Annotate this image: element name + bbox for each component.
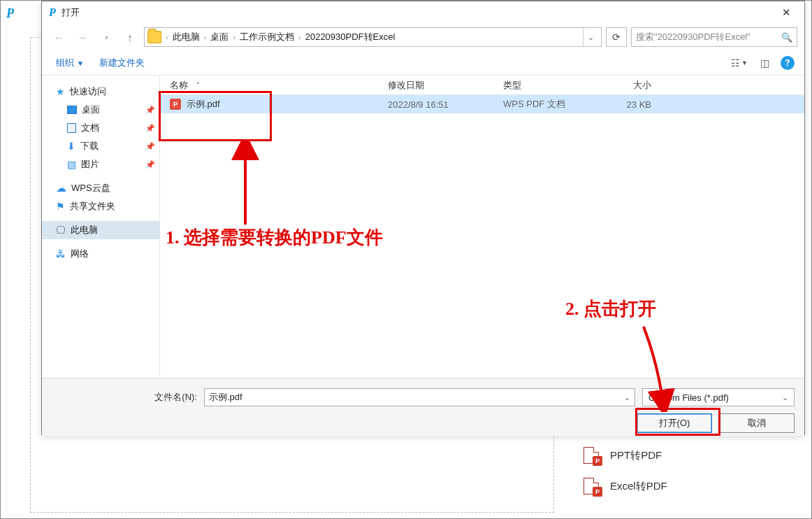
- chevron-down-icon: ⌄: [782, 393, 788, 402]
- tree-network[interactable]: 🖧网络: [42, 245, 159, 263]
- tree-this-pc[interactable]: 🖵此电脑: [42, 221, 159, 239]
- refresh-button[interactable]: ⟳: [606, 27, 627, 47]
- file-row[interactable]: P 示例.pdf 2022/8/9 16:51 WPS PDF 文档 23 KB: [160, 95, 804, 113]
- share-icon: ⚑: [56, 201, 65, 212]
- bg-excel-label: Excel转PDF: [610, 480, 667, 493]
- pdf-icon: P: [170, 99, 181, 110]
- crumb-folder-2[interactable]: 20220930PDF转Excel: [303, 31, 398, 43]
- chevron-right-icon: ›: [298, 33, 301, 41]
- file-icon: P: [583, 447, 599, 464]
- pc-icon: 🖵: [56, 225, 66, 236]
- file-size: 23 KB: [591, 99, 661, 110]
- file-date: 2022/8/9 16:51: [378, 99, 493, 110]
- file-name-cell: P 示例.pdf: [160, 98, 378, 111]
- annotation-step2: 2. 点击打开: [565, 300, 656, 318]
- new-folder-button[interactable]: 新建文件夹: [95, 54, 149, 72]
- annotation-step1: 1. 选择需要转换的PDF文件: [166, 229, 383, 247]
- open-button[interactable]: 打开(O): [637, 413, 712, 433]
- crumb-this-pc[interactable]: 此电脑: [170, 31, 203, 43]
- pin-icon: 📌: [145, 160, 155, 169]
- picture-icon: ▧: [67, 159, 76, 170]
- search-icon: 🔍: [781, 32, 792, 43]
- sort-indicator: ˄: [196, 81, 200, 89]
- search-placeholder: 搜索"20220930PDF转Excel": [636, 31, 778, 43]
- breadcrumb-dropdown[interactable]: ⌄: [583, 28, 598, 46]
- cancel-button[interactable]: 取消: [719, 413, 795, 433]
- close-icon: ✕: [782, 6, 791, 19]
- dialog-body: ★快速访问 桌面📌 文档📌 ⬇下载📌 ▧图片📌 ☁WPS云盘 ⚑共享文件夹 🖵此…: [42, 76, 804, 378]
- organize-menu[interactable]: 组织▼: [52, 54, 88, 72]
- nav-tree: ★快速访问 桌面📌 文档📌 ⬇下载📌 ▧图片📌 ☁WPS云盘 ⚑共享文件夹 🖵此…: [42, 76, 159, 378]
- desktop-icon: [67, 106, 77, 114]
- forward-button[interactable]: →: [73, 27, 92, 47]
- background-options: P PPT转PDF P Excel转PDF: [583, 440, 667, 502]
- tree-pictures[interactable]: ▧图片📌: [42, 155, 159, 173]
- download-icon: ⬇: [67, 141, 75, 152]
- col-date[interactable]: 修改日期: [378, 79, 493, 92]
- filename-input[interactable]: 示例.pdf ⌄: [204, 388, 635, 406]
- cloud-icon: ☁: [56, 182, 66, 194]
- file-list: 名称˄ 修改日期 类型 大小 P 示例.pdf 2022/8/9 16:51 W…: [159, 76, 804, 378]
- up-button[interactable]: ↑: [120, 27, 140, 47]
- col-name[interactable]: 名称˄: [160, 79, 378, 92]
- back-button[interactable]: ←: [49, 27, 68, 47]
- app-icon: P: [49, 6, 56, 19]
- tree-downloads[interactable]: ⬇下载📌: [42, 137, 159, 155]
- bg-ppt-label: PPT转PDF: [610, 449, 662, 462]
- pin-icon: 📌: [145, 124, 155, 133]
- open-dialog: P 打开 ✕ ← → ▾ ↑ › 此电脑 › 桌面 › 工作示例文档 › 202…: [41, 1, 805, 435]
- tree-desktop[interactable]: 桌面📌: [42, 101, 159, 119]
- recent-dropdown[interactable]: ▾: [96, 27, 116, 47]
- tree-quick-access[interactable]: ★快速访问: [42, 83, 159, 101]
- col-type[interactable]: 类型: [493, 79, 591, 92]
- preview-pane-toggle[interactable]: ◫: [755, 55, 774, 71]
- star-icon: ★: [56, 86, 65, 97]
- document-icon: [67, 123, 76, 133]
- column-headers: 名称˄ 修改日期 类型 大小: [160, 76, 804, 95]
- file-icon: P: [583, 478, 599, 495]
- tree-wps-cloud[interactable]: ☁WPS云盘: [42, 179, 159, 197]
- bg-ppt-to-pdf[interactable]: P PPT转PDF: [583, 440, 667, 471]
- col-size[interactable]: 大小: [591, 79, 661, 92]
- file-type: WPS PDF 文档: [493, 98, 591, 111]
- chevron-down-icon: ▼: [77, 59, 84, 67]
- dialog-footer: 文件名(N): 示例.pdf ⌄ Custom Files (*.pdf) ⌄ …: [42, 378, 804, 436]
- help-button[interactable]: ?: [781, 56, 795, 70]
- file-type-filter[interactable]: Custom Files (*.pdf) ⌄: [642, 388, 795, 406]
- view-options[interactable]: ☷▼: [730, 55, 748, 71]
- tree-documents[interactable]: 文档📌: [42, 119, 159, 137]
- bg-excel-to-pdf[interactable]: P Excel转PDF: [583, 471, 667, 502]
- crumb-desktop[interactable]: 桌面: [208, 31, 231, 43]
- app-logo: P: [6, 6, 33, 24]
- dialog-title: 打开: [61, 6, 80, 19]
- folder-icon: [147, 31, 161, 43]
- pin-icon: 📌: [145, 106, 155, 115]
- chevron-right-icon: ›: [233, 33, 235, 41]
- network-icon: 🖧: [56, 248, 66, 260]
- chevron-right-icon: ›: [204, 33, 207, 41]
- crumb-folder-1[interactable]: 工作示例文档: [237, 31, 297, 43]
- close-button[interactable]: ✕: [772, 3, 800, 22]
- breadcrumb-bar[interactable]: › 此电脑 › 桌面 › 工作示例文档 › 20220930PDF转Excel …: [144, 27, 602, 47]
- tree-shared[interactable]: ⚑共享文件夹: [42, 197, 159, 215]
- chevron-right-icon: ›: [166, 33, 168, 41]
- pin-icon: 📌: [145, 142, 155, 151]
- chevron-down-icon: ⌄: [624, 393, 630, 402]
- nav-row: ← → ▾ ↑ › 此电脑 › 桌面 › 工作示例文档 › 20220930PD…: [42, 24, 804, 50]
- filename-label: 文件名(N):: [154, 391, 197, 404]
- toolbar: 组织▼ 新建文件夹 ☷▼ ◫ ?: [42, 50, 804, 76]
- search-input[interactable]: 搜索"20220930PDF转Excel" 🔍: [631, 27, 797, 47]
- titlebar: P 打开 ✕: [42, 1, 804, 24]
